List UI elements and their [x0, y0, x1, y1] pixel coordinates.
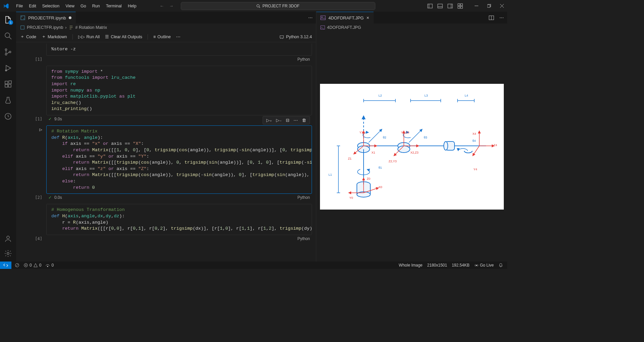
menu-edit[interactable]: Edit: [26, 2, 39, 10]
svg-point-17: [5, 33, 10, 38]
more-icon[interactable]: ⋯: [176, 34, 180, 39]
label-th4: θ4: [473, 139, 476, 142]
notebook-cells[interactable]: [1] %store -z Python [1] from sympy impo…: [16, 42, 316, 262]
svg-point-59: [398, 146, 410, 153]
jupyter-icon[interactable]: [4, 112, 12, 120]
layout-bottom-icon[interactable]: [437, 3, 443, 9]
breadcrumb[interactable]: PROJECTFR.ipynb › # Rotation Matrix: [16, 23, 316, 32]
run-icon[interactable]: ▷₊: [266, 118, 272, 123]
split-icon[interactable]: ⊟: [286, 118, 289, 123]
menu-selection[interactable]: Selection: [40, 2, 62, 10]
delete-icon[interactable]: 🗑: [302, 118, 306, 123]
split-icon[interactable]: [489, 15, 494, 20]
search-text: PROJECT FR 3DOF: [262, 4, 299, 8]
svg-rect-9: [461, 4, 463, 6]
svg-rect-41: [321, 26, 325, 30]
label-L1: L1: [329, 173, 332, 176]
label-Y0: Y0: [350, 196, 353, 199]
bell-icon[interactable]: [498, 263, 503, 268]
cell-index: [2]: [35, 195, 42, 200]
cell-lang[interactable]: Python: [298, 195, 310, 200]
minimize-icon[interactable]: [474, 3, 479, 9]
extensions-icon[interactable]: [4, 80, 12, 88]
run-cell-icon[interactable]: ▷: [40, 127, 42, 132]
label-Z1: Z1: [348, 157, 352, 160]
scm-icon[interactable]: [4, 48, 12, 56]
layout-left-icon[interactable]: [427, 3, 433, 9]
add-code-button[interactable]: ＋ Code: [20, 34, 36, 40]
cell: [1] %store -z Python: [16, 44, 316, 62]
code-editor[interactable]: # Homogenous Transformation def H(axis,a…: [46, 204, 312, 235]
kernel-picker[interactable]: Python 3.12.4: [286, 35, 312, 39]
breadcrumb-file[interactable]: PROJECTFR.ipynb: [27, 25, 63, 30]
menu-run[interactable]: Run: [90, 2, 103, 10]
editor-notebook: PROJECTFR.ipynb ⋯ PROJECTFR.ipynb › # Ro…: [16, 12, 316, 262]
svg-line-80: [369, 129, 382, 142]
svg-rect-14: [487, 5, 490, 7]
tab-bar-left: PROJECTFR.ipynb ⋯: [16, 12, 316, 23]
debug-icon[interactable]: [4, 64, 12, 72]
command-center[interactable]: PROJECT FR 3DOF: [181, 2, 375, 10]
svg-rect-4: [438, 4, 442, 8]
run-all-button[interactable]: ▷▷ Run All: [78, 34, 100, 39]
add-markdown-button[interactable]: ＋ Markdown: [42, 34, 67, 40]
nav-forward-icon[interactable]: →: [169, 3, 174, 9]
cell-lang[interactable]: Python: [298, 57, 310, 62]
image-fit[interactable]: Whole Image: [399, 263, 423, 268]
explorer-icon[interactable]: 1: [4, 16, 12, 24]
layout-custom-icon[interactable]: [458, 3, 463, 9]
status-check-icon: ✓: [48, 117, 52, 121]
menu-file[interactable]: File: [13, 2, 25, 10]
svg-line-1: [259, 7, 260, 8]
activity-bar: 1: [0, 12, 16, 262]
image-preview[interactable]: L1 L2 L3 L4 θ1 θ2 θ3 θ4 X0 Y0 Z0 X1 Y1 Z…: [316, 32, 507, 262]
restore-icon[interactable]: [486, 3, 492, 9]
menu-terminal[interactable]: Terminal: [103, 2, 124, 10]
more-icon[interactable]: ⋯: [308, 15, 313, 20]
menu-go[interactable]: Go: [78, 2, 89, 10]
menu-view[interactable]: View: [63, 2, 77, 10]
testing-icon[interactable]: [4, 96, 12, 104]
svg-point-88: [476, 265, 477, 266]
cell: [4] # Homogenous Transformation def H(ax…: [16, 204, 316, 241]
search-icon[interactable]: [4, 32, 12, 40]
breadcrumb-file: 4DOFDRAFT.JPG: [327, 25, 361, 30]
cell-toolbar: ▷₊ ▷₋ ⊟ ⋯ 🗑: [263, 116, 310, 124]
file-icon: [20, 25, 25, 30]
run-below-icon[interactable]: ▷₋: [276, 118, 282, 123]
no-ports-icon[interactable]: [15, 263, 19, 268]
close-icon[interactable]: ×: [366, 15, 369, 20]
code-editor[interactable]: %store -z: [46, 44, 312, 56]
account-icon[interactable]: [4, 235, 12, 243]
more-icon[interactable]: ⋯: [499, 15, 504, 20]
problems-button[interactable]: 0 0: [23, 263, 41, 268]
tab-4dofdraft[interactable]: 4DOFDRAFT.JPG ×: [316, 12, 374, 23]
svg-line-81: [409, 129, 422, 142]
ports-button[interactable]: 0: [45, 263, 54, 268]
clear-outputs-button[interactable]: ☰ Clear All Outputs: [105, 34, 142, 39]
go-live-button[interactable]: Go Live: [474, 263, 494, 268]
code-editor[interactable]: from sympy import * from functools impor…: [46, 66, 312, 115]
image-icon: [320, 15, 326, 20]
outline-button[interactable]: ≡ Outline: [153, 35, 171, 39]
settings-icon[interactable]: [4, 249, 12, 258]
close-icon[interactable]: [499, 3, 504, 9]
tab-projectfr[interactable]: PROJECTFR.ipynb: [16, 12, 76, 23]
svg-rect-34: [280, 36, 284, 38]
remote-button[interactable]: [0, 262, 11, 269]
label-X1: X1: [372, 151, 375, 154]
label-X4: X4: [473, 132, 476, 135]
nav-arrows: ← →: [159, 3, 174, 9]
label-X0: X0: [379, 185, 382, 189]
layout-right-icon[interactable]: [447, 3, 453, 9]
cell-index: [1]: [35, 117, 42, 121]
code-editor[interactable]: # Rotation Matrix def R(axis, angle): if…: [46, 125, 312, 194]
tab-label: 4DOFDRAFT.JPG: [328, 15, 364, 20]
breadcrumb[interactable]: 4DOFDRAFT.JPG: [316, 23, 507, 32]
more-icon[interactable]: ⋯: [293, 118, 298, 123]
nav-back-icon[interactable]: ←: [159, 3, 165, 9]
svg-point-28: [7, 236, 9, 239]
breadcrumb-symbol[interactable]: # Rotation Matrix: [75, 25, 107, 30]
cell-lang[interactable]: Python: [298, 236, 310, 241]
menu-help[interactable]: Help: [125, 2, 139, 10]
